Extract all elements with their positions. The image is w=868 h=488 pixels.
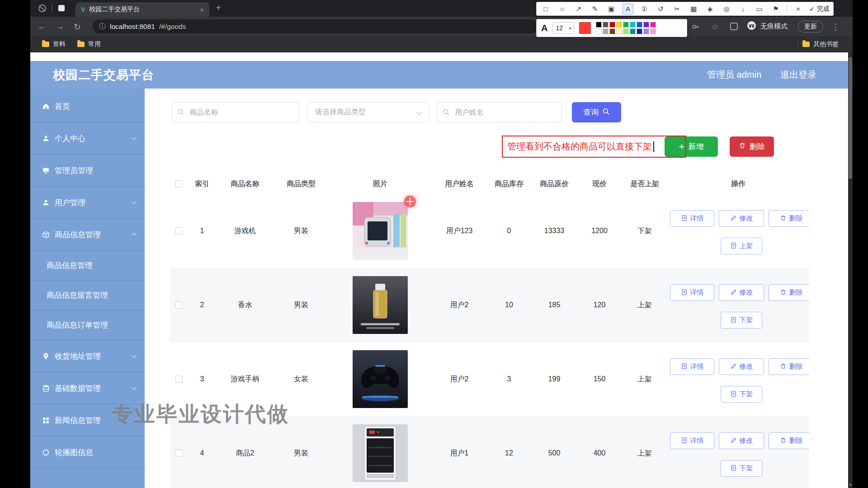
scroll-down-arrow-icon[interactable]: ▾: [848, 483, 853, 487]
download-icon[interactable]: ↓: [737, 4, 748, 14]
row-checkbox[interactable]: [175, 375, 183, 383]
detail-button[interactable]: 详情: [670, 284, 714, 301]
sidebar-item-carousel[interactable]: 轮播图信息: [30, 436, 145, 469]
browser-tab[interactable]: V 校园二手交易平台 ×: [75, 2, 209, 17]
palette-swatch[interactable]: [596, 28, 602, 34]
undo-icon[interactable]: ↺: [656, 4, 666, 14]
sidebar-item-home[interactable]: 首页: [30, 90, 145, 122]
sidebar-subitem-goods-comments[interactable]: 商品信息留言管理: [30, 281, 145, 310]
palette-swatch[interactable]: [596, 22, 602, 28]
sidebar-subitem-goods-orders[interactable]: 商品信息订单管理: [30, 310, 145, 340]
row-delete-button[interactable]: 删除: [769, 358, 809, 375]
row-delete-button[interactable]: 删除: [769, 432, 809, 449]
palette-swatch[interactable]: [616, 28, 622, 34]
new-tab-button[interactable]: +: [216, 2, 221, 13]
row-checkbox[interactable]: [175, 450, 183, 457]
palette-swatch[interactable]: [603, 22, 609, 28]
toggle-shelf-button[interactable]: 下架: [721, 386, 762, 403]
palette-swatch[interactable]: [643, 28, 649, 34]
menu-more-icon[interactable]: ⋮: [831, 21, 840, 32]
pin-tool-icon[interactable]: ◈: [705, 4, 716, 14]
sidebar-subitem-goods-info[interactable]: 商品信息管理: [30, 251, 145, 281]
password-key-icon[interactable]: [691, 23, 699, 33]
palette-swatch[interactable]: [650, 28, 656, 34]
query-button[interactable]: 查询: [572, 102, 621, 122]
palette-swatch[interactable]: [637, 22, 642, 28]
palette-swatch[interactable]: [630, 22, 636, 28]
toggle-shelf-button[interactable]: 上架: [721, 238, 762, 254]
side-panel-icon[interactable]: [730, 23, 738, 30]
sidebar-item-admin-mgmt[interactable]: 管理员管理: [30, 155, 145, 187]
user-name-input[interactable]: [437, 102, 562, 122]
palette-swatch[interactable]: [603, 28, 609, 34]
number-tool-icon[interactable]: ①: [639, 4, 650, 14]
toggle-shelf-button[interactable]: 下架: [721, 460, 762, 477]
vue-favicon-icon: V: [81, 6, 85, 13]
font-size-select[interactable]: 12 ▾: [552, 22, 574, 34]
bookmark-star-icon[interactable]: ☆: [711, 22, 718, 32]
palette-swatch[interactable]: [609, 22, 615, 28]
edit-button[interactable]: 修改: [719, 210, 764, 227]
circle-slash-icon[interactable]: [38, 5, 46, 12]
palette-swatch[interactable]: [623, 28, 629, 34]
palette-swatch[interactable]: [630, 28, 636, 34]
capture-done-button[interactable]: ✓ 完成: [809, 5, 830, 13]
back-button[interactable]: ←: [38, 22, 46, 32]
text-tool-icon[interactable]: A: [623, 4, 633, 14]
sidebar-item-profile[interactable]: 个人中心: [30, 122, 145, 155]
tab-close-icon[interactable]: ×: [200, 6, 204, 14]
detail-button[interactable]: 详情: [670, 432, 714, 449]
select-all-checkbox[interactable]: [175, 180, 183, 188]
address-bar[interactable]: ⓘ localhost:8081 /#/goods: [93, 19, 538, 33]
bookmark-folder[interactable]: 资料: [42, 40, 66, 48]
pencil-icon: [730, 363, 737, 371]
palette-swatch[interactable]: [650, 22, 656, 28]
image-tool-icon[interactable]: ▣: [606, 4, 617, 14]
toggle-shelf-button[interactable]: 下架: [721, 312, 762, 328]
flag-icon[interactable]: ⚑: [770, 4, 781, 14]
mosaic-tool-icon[interactable]: ▦: [688, 4, 699, 14]
palette-swatch[interactable]: [623, 22, 629, 28]
pen-tool-icon[interactable]: ✎: [590, 4, 600, 14]
incognito-badge[interactable]: 无痕模式: [747, 17, 788, 36]
sidebar-item-address-mgmt[interactable]: 收货地址管理: [30, 340, 145, 372]
rect-tool-icon[interactable]: □: [540, 4, 551, 14]
cancel-capture-icon[interactable]: ×: [793, 4, 804, 14]
detail-button[interactable]: 详情: [670, 358, 714, 375]
sidebar-item-base-data[interactable]: 基础数据管理: [30, 372, 145, 404]
update-button[interactable]: 更新: [798, 21, 823, 33]
edit-button[interactable]: 修改: [719, 358, 764, 375]
goods-name-input[interactable]: [172, 102, 299, 122]
row-checkbox[interactable]: [175, 301, 183, 309]
palette-swatch[interactable]: [609, 28, 615, 34]
row-checkbox[interactable]: [175, 227, 183, 235]
detail-button[interactable]: 详情: [670, 210, 714, 227]
sidebar-item-user-mgmt[interactable]: 用户管理: [30, 187, 145, 219]
scrollbar[interactable]: ▾: [848, 52, 853, 488]
palette-swatch[interactable]: [616, 22, 622, 28]
logout-link[interactable]: 退出登录: [780, 69, 816, 81]
pinned-tab-icon[interactable]: [58, 5, 65, 11]
edit-button[interactable]: 修改: [719, 432, 764, 449]
current-color-swatch[interactable]: [579, 22, 591, 34]
palette-swatch[interactable]: [643, 22, 649, 28]
ellipse-tool-icon[interactable]: ○: [557, 4, 567, 14]
goods-type-select[interactable]: 请选择商品类型: [307, 102, 429, 122]
scrollbar-thumb[interactable]: [849, 57, 852, 179]
arrow-tool-icon[interactable]: ↗: [573, 4, 584, 14]
add-button[interactable]: + 新增: [665, 136, 718, 157]
forward-button[interactable]: →: [56, 22, 64, 32]
target-tool-icon[interactable]: ◎: [721, 4, 732, 14]
site-info-icon[interactable]: ⓘ: [99, 22, 106, 31]
crop-tool-icon[interactable]: ✂: [672, 4, 683, 14]
sidebar-item-goods-mgmt[interactable]: 商品信息管理: [30, 219, 145, 251]
bookmark-folder[interactable]: 常用: [77, 40, 101, 48]
row-delete-button[interactable]: 删除: [769, 210, 809, 227]
reload-button[interactable]: ↻: [74, 21, 81, 32]
edit-button[interactable]: 修改: [719, 284, 764, 301]
other-bookmarks-button[interactable]: 其他书签: [802, 40, 839, 48]
row-delete-button[interactable]: 删除: [769, 284, 809, 301]
save-icon[interactable]: ▭: [754, 4, 765, 14]
palette-swatch[interactable]: [637, 28, 642, 34]
bulk-delete-button[interactable]: 删除: [730, 136, 774, 157]
